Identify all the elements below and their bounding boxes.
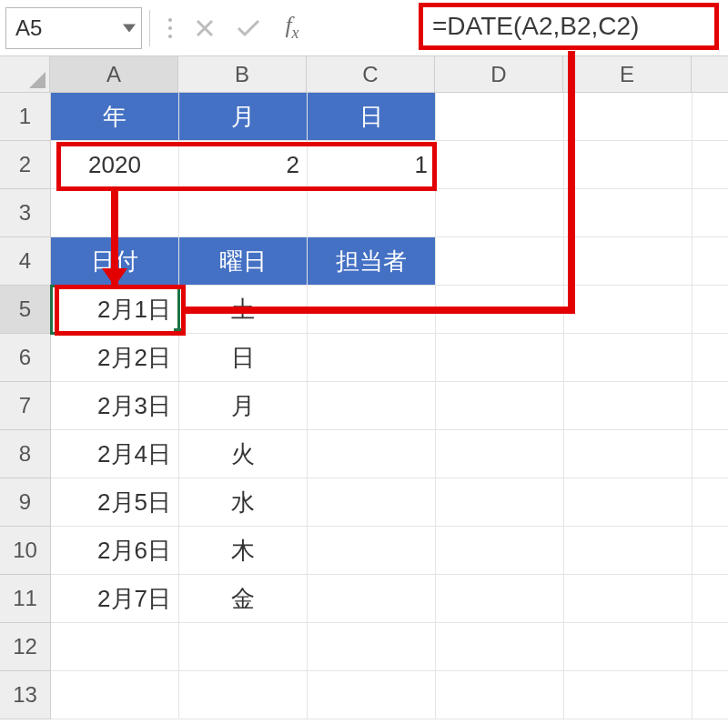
cell-A9[interactable]: 2月5日 <box>51 478 179 527</box>
cell-C9[interactable] <box>308 478 436 527</box>
row-9: 9 2月5日 水 <box>0 478 728 527</box>
cell-E6[interactable] <box>564 334 693 382</box>
formula-text: =DATE(A2,B2,C2) <box>432 12 639 41</box>
enter-button[interactable] <box>227 7 270 49</box>
cell-A11[interactable]: 2月7日 <box>51 575 179 623</box>
cell-A12[interactable] <box>51 623 179 671</box>
cell-E5[interactable] <box>564 286 693 334</box>
cell-C10[interactable] <box>308 527 436 575</box>
row-3: 3 <box>0 189 728 237</box>
row-header-7[interactable]: 7 <box>0 382 51 430</box>
cell-A2[interactable]: 2020 <box>51 141 179 189</box>
column-header-B[interactable]: B <box>178 56 307 93</box>
cell-C6[interactable] <box>308 334 436 382</box>
cell-E7[interactable] <box>564 382 693 430</box>
cell-E9[interactable] <box>564 478 693 527</box>
column-header-E[interactable]: E <box>563 56 692 93</box>
cell-D10[interactable] <box>436 527 564 575</box>
cell-E10[interactable] <box>564 527 693 575</box>
row-7: 7 2月3日 月 <box>0 382 728 430</box>
cell-E4[interactable] <box>564 237 693 286</box>
chevron-down-icon[interactable] <box>123 24 136 32</box>
cell-C7[interactable] <box>308 382 436 430</box>
cell-C1[interactable]: 日 <box>308 93 436 141</box>
column-header-A[interactable]: A <box>50 56 178 93</box>
name-box[interactable]: A5 <box>5 7 142 49</box>
column-header-C[interactable]: C <box>307 56 435 93</box>
cell-D8[interactable] <box>436 430 564 478</box>
annotation-line-vert2 <box>568 51 575 311</box>
cell-B4[interactable]: 曜日 <box>179 237 308 286</box>
cell-D2[interactable] <box>436 141 564 189</box>
row-header-9[interactable]: 9 <box>0 478 51 527</box>
cell-D3[interactable] <box>436 189 564 237</box>
divider <box>149 10 150 46</box>
cell-overflow <box>693 382 728 430</box>
cell-C12[interactable] <box>308 623 436 671</box>
cell-B10[interactable]: 木 <box>179 527 308 575</box>
cell-A13[interactable] <box>51 671 179 719</box>
row-header-1[interactable]: 1 <box>0 93 51 141</box>
cell-E3[interactable] <box>564 189 693 237</box>
cell-E2[interactable] <box>564 141 693 189</box>
cell-overflow <box>693 334 728 382</box>
cell-C2[interactable]: 1 <box>308 141 436 189</box>
cell-C3[interactable] <box>308 189 436 237</box>
cell-C4[interactable]: 担当者 <box>308 237 436 286</box>
cell-D12[interactable] <box>436 623 564 671</box>
row-header-13[interactable]: 13 <box>0 671 51 719</box>
spreadsheet-grid[interactable]: A B C D E 1 年 月 日 2 2020 2 1 3 <box>0 56 728 719</box>
select-all-corner[interactable] <box>0 56 50 93</box>
cell-A8[interactable]: 2月4日 <box>51 430 179 478</box>
cell-A5[interactable]: 2月1日 <box>51 286 179 334</box>
cell-A10[interactable]: 2月6日 <box>51 527 179 575</box>
cell-B12[interactable] <box>179 623 308 671</box>
row-header-6[interactable]: 6 <box>0 334 51 382</box>
cell-B3[interactable] <box>179 189 308 237</box>
cell-B1[interactable]: 月 <box>179 93 308 141</box>
cell-B11[interactable]: 金 <box>179 575 308 623</box>
cell-B2[interactable]: 2 <box>179 141 308 189</box>
triangle-icon <box>29 72 46 88</box>
row-header-2[interactable]: 2 <box>0 141 51 189</box>
cell-C8[interactable] <box>308 430 436 478</box>
cell-B8[interactable]: 火 <box>179 430 308 478</box>
insert-function-button[interactable]: fx <box>270 7 314 49</box>
row-10: 10 2月6日 木 <box>0 527 728 575</box>
row-header-5[interactable]: 5 <box>0 286 51 334</box>
cell-B7[interactable]: 月 <box>179 382 308 430</box>
cell-D11[interactable] <box>436 575 564 623</box>
cell-E11[interactable] <box>564 575 693 623</box>
row-header-3[interactable]: 3 <box>0 189 51 237</box>
cell-E13[interactable] <box>564 671 693 719</box>
row-header-11[interactable]: 11 <box>0 575 51 623</box>
cell-D6[interactable] <box>436 334 564 382</box>
cell-D13[interactable] <box>436 671 564 719</box>
formula-bar: A5 fx =DATE(A2,B2,C2) <box>0 0 728 56</box>
cell-B6[interactable]: 日 <box>179 334 308 382</box>
row-header-12[interactable]: 12 <box>0 623 51 671</box>
column-header-D[interactable]: D <box>435 56 563 93</box>
row-header-4[interactable]: 4 <box>0 237 51 286</box>
cell-E1[interactable] <box>564 93 693 141</box>
cell-D7[interactable] <box>436 382 564 430</box>
cell-overflow <box>693 430 728 478</box>
cell-A7[interactable]: 2月3日 <box>51 382 179 430</box>
cell-E12[interactable] <box>564 623 693 671</box>
cell-B13[interactable] <box>179 671 308 719</box>
cell-A6[interactable]: 2月2日 <box>51 334 179 382</box>
cell-A1[interactable]: 年 <box>51 93 179 141</box>
row-header-8[interactable]: 8 <box>0 430 51 478</box>
cell-E8[interactable] <box>564 430 693 478</box>
cell-D4[interactable] <box>436 237 564 286</box>
cell-C13[interactable] <box>308 671 436 719</box>
cancel-button[interactable] <box>183 7 227 49</box>
cell-D1[interactable] <box>436 93 564 141</box>
cell-overflow <box>693 93 728 141</box>
row-header-10[interactable]: 10 <box>0 527 51 575</box>
cell-D9[interactable] <box>436 478 564 527</box>
cell-overflow <box>693 141 728 189</box>
formula-input[interactable]: =DATE(A2,B2,C2) <box>419 3 719 50</box>
cell-B9[interactable]: 水 <box>179 478 308 527</box>
cell-C11[interactable] <box>308 575 436 623</box>
